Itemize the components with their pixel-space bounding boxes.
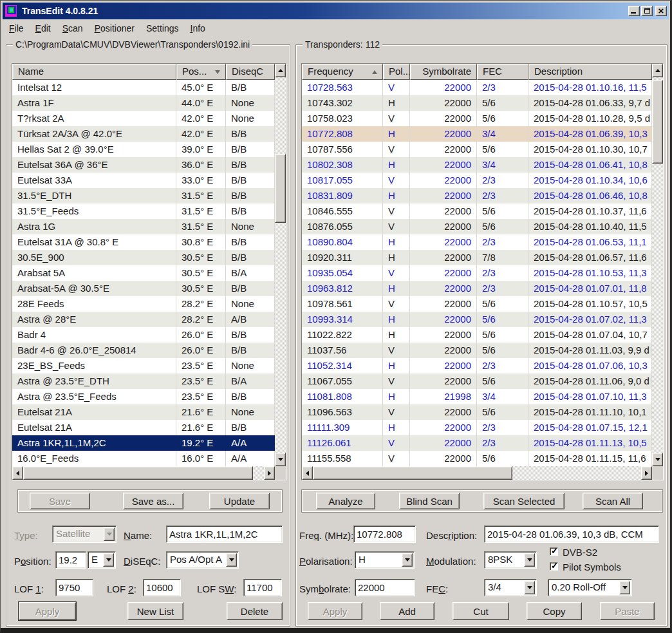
symbolrate-field[interactable] <box>355 579 415 596</box>
table-row[interactable]: Hellas Sat 2 @ 39.0°E39.0° EB/B <box>12 142 275 157</box>
copy-button[interactable]: Copy <box>527 602 582 620</box>
column-header[interactable]: Frequency <box>302 64 383 80</box>
delete-button[interactable]: Delete <box>227 602 283 620</box>
scroll-down-button[interactable] <box>652 453 663 466</box>
scroll-left-button[interactable] <box>302 466 313 480</box>
table-row[interactable]: Astra 1G31.5° ENone <box>12 219 275 234</box>
menu-positioner[interactable]: Positioner <box>89 21 140 35</box>
scroll-left-button[interactable] <box>12 466 23 480</box>
table-row[interactable]: 10772.808H220003/42015-04-28 01.06.39, 1… <box>302 126 652 142</box>
dropdown-button[interactable] <box>619 581 630 594</box>
name-field[interactable] <box>166 525 283 543</box>
table-row[interactable]: Eutelsat 21A21.6° EB/B <box>12 420 275 435</box>
table-row[interactable]: Astra 1F44.0° ENone <box>12 95 275 111</box>
horizontal-scrollbar[interactable] <box>12 466 275 480</box>
type-select[interactable]: Satellite <box>52 525 117 543</box>
pilot-symbols-checkbox[interactable]: ✓ <box>550 562 558 571</box>
table-row[interactable]: 10846.555V220005/62015-04-28 01.10.37, 1… <box>302 203 652 219</box>
scroll-down-button[interactable] <box>275 453 286 466</box>
paste-button[interactable]: Paste <box>600 602 655 620</box>
scroll-right-button[interactable] <box>264 466 275 480</box>
table-row[interactable]: Arabsat 5A30.5° EB/A <box>12 265 275 281</box>
table-row[interactable]: Eutelsat 33A33.0° EB/B <box>12 173 275 188</box>
table-row[interactable]: 10993.314H220005/62015-04-28 01.07.02, 1… <box>302 312 652 327</box>
vertical-scrollbar[interactable] <box>275 64 286 466</box>
titlebar[interactable]: TransEdit 4.0.8.21 × <box>3 3 669 19</box>
apply-transponder-button[interactable]: Apply <box>308 602 362 620</box>
table-row[interactable]: Eutelsat 21A21.6° ENone <box>12 404 275 420</box>
position-field[interactable] <box>55 551 86 569</box>
table-row[interactable]: 10978.561V220005/62015-04-28 01.10.57, 1… <box>302 296 652 312</box>
horizontal-scrollbar[interactable] <box>302 466 652 480</box>
table-row[interactable]: 11037.56V220005/62015-04-28 01.11.03, 9,… <box>302 343 652 358</box>
dropdown-button[interactable] <box>103 553 114 567</box>
table-row[interactable]: 30.5E_90030.5° EB/B <box>12 250 275 265</box>
table-row[interactable]: 10728.563V220002/32015-04-28 01.10.16, 1… <box>302 80 652 95</box>
table-row[interactable]: T?rksat 2A42.0° ENone <box>12 111 275 126</box>
freq-field[interactable] <box>353 525 416 543</box>
rolloff-select[interactable]: 0.20 Roll-Off <box>548 579 632 596</box>
column-header[interactable]: DiseqC <box>226 64 275 80</box>
table-row[interactable]: 10831.809H220002/32015-04-28 01.06.46, 1… <box>302 188 652 203</box>
dropdown-button[interactable] <box>524 553 535 567</box>
update-button[interactable]: Update <box>209 493 270 509</box>
menu-scan[interactable]: Scan <box>57 21 89 35</box>
scroll-up-button[interactable] <box>275 64 286 77</box>
apply-list-button[interactable]: Apply <box>19 602 76 620</box>
scrollbar-thumb[interactable] <box>313 466 512 480</box>
table-row[interactable]: Astra 1KR,1L,1M,2C19.2° EA/A <box>12 435 275 451</box>
table-row[interactable]: 16.0°E_Feeds16.0° EA/A <box>12 451 275 466</box>
lofsw-field[interactable] <box>243 579 282 596</box>
column-header[interactable]: Description <box>528 64 652 80</box>
column-header[interactable]: Name <box>12 64 176 80</box>
analyze-button[interactable]: Analyze <box>316 493 375 509</box>
diseqc-select[interactable]: Pos A/Opt A <box>166 551 239 569</box>
table-row[interactable]: 10787.556V220005/62015-04-28 01.10.30, 1… <box>302 142 652 157</box>
column-header[interactable]: Pos... <box>176 64 226 80</box>
menu-file[interactable]: File <box>3 21 30 35</box>
table-row[interactable]: Badr 4-6 @ 26.0°E_25081426.0° EB/B <box>12 343 275 358</box>
minimize-button[interactable] <box>628 6 640 16</box>
table-row[interactable]: 11126.061V220002/32015-04-28 01.11.13, 1… <box>302 435 652 451</box>
scrollbar-thumb[interactable] <box>275 154 286 223</box>
table-row[interactable]: 11155.558V220005/62015-04-28 01.11.15, 1… <box>302 451 652 466</box>
lof1-field[interactable] <box>55 579 93 596</box>
table-row[interactable]: 11081.808H219983/42015-04-28 01.07.10, 1… <box>302 389 652 404</box>
dvbs2-checkbox[interactable]: ✓ <box>550 547 558 556</box>
table-row[interactable]: 11111.309H220002/32015-04-28 01.07.15, 1… <box>302 420 652 435</box>
table-row[interactable]: Astra @ 23.5°E_DTH23.5° EB/A <box>12 373 275 389</box>
vertical-scrollbar[interactable] <box>652 64 663 466</box>
table-row[interactable]: 28E Feeds28.2° ENone <box>12 296 275 312</box>
scan-selected-button[interactable]: Scan Selected <box>483 493 565 509</box>
table-row[interactable]: Arabsat-5A @ 30.5°E30.5° EB/B <box>12 281 275 296</box>
table-row[interactable]: Astra @ 28°E28.2° EA/B <box>12 312 275 327</box>
save-as-button[interactable]: Save as... <box>123 493 183 509</box>
modulation-select[interactable]: 8PSK <box>484 551 537 569</box>
save-button[interactable]: Save <box>30 493 90 509</box>
table-row[interactable]: 10963.812H220002/32015-04-28 01.07.01, 1… <box>302 281 652 296</box>
table-row[interactable]: 10758.023V220005/62015-04-28 01.10.28, 9… <box>302 111 652 126</box>
table-row[interactable]: Badr 426.0° EB/B <box>12 327 275 343</box>
scroll-right-button[interactable] <box>641 466 652 480</box>
dropdown-button[interactable] <box>402 553 413 567</box>
dropdown-button[interactable] <box>104 527 115 541</box>
table-row[interactable]: 10890.804H220002/32015-04-28 01.06.53, 1… <box>302 234 652 250</box>
add-button[interactable]: Add <box>380 602 434 620</box>
table-row[interactable]: 10817.055V220002/32015-04-28 01.10.34, 1… <box>302 173 652 188</box>
table-row[interactable]: 10920.311H220007/82015-04-28 01.06.57, 1… <box>302 250 652 265</box>
table-row[interactable]: Intelsat 1245.0° EB/B <box>12 80 275 95</box>
maximize-button[interactable] <box>641 6 653 16</box>
table-row[interactable]: 10876.055V220005/62015-04-28 01.10.40, 1… <box>302 219 652 234</box>
table-row[interactable]: 11022.822H220005/62015-04-28 01.07.04, 1… <box>302 327 652 343</box>
description-field[interactable] <box>484 525 659 543</box>
scroll-up-button[interactable] <box>652 64 663 77</box>
scan-all-button[interactable]: Scan All <box>583 493 643 509</box>
scrollbar-thumb[interactable] <box>652 80 663 164</box>
table-row[interactable]: 11067.055V220005/62015-04-28 01.11.06, 9… <box>302 373 652 389</box>
table-row[interactable]: Eutelsat 36A @ 36°E36.0° EB/B <box>12 157 275 173</box>
table-row[interactable]: Eutelsat 31A @ 30.8° E30.8° EB/B <box>12 234 275 250</box>
scrollbar-thumb[interactable] <box>23 466 253 480</box>
column-header[interactable]: Symbolrate <box>410 64 477 80</box>
fec-select[interactable]: 3/4 <box>484 579 537 596</box>
table-row[interactable]: 10935.054V220002/32015-04-28 01.10.53, 1… <box>302 265 652 281</box>
